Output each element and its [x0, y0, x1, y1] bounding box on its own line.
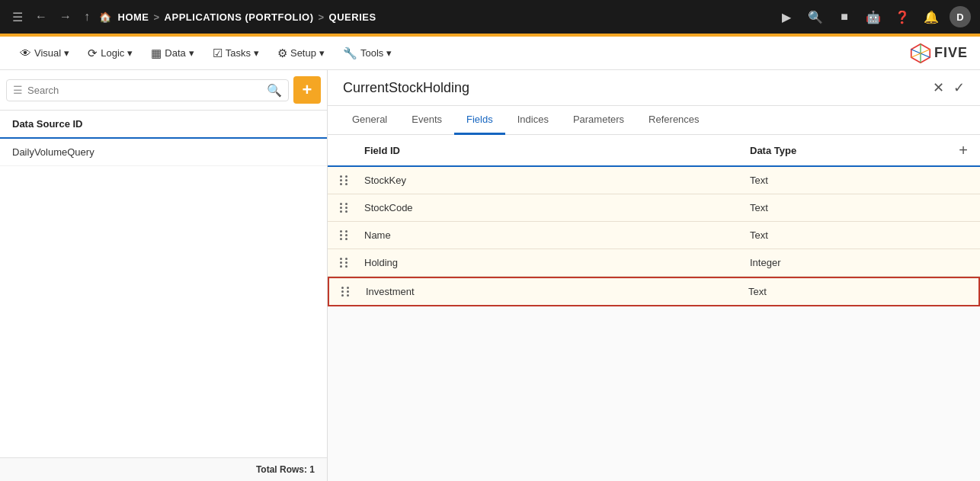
data-type-cell: Text [750, 202, 940, 213]
menu-data[interactable]: ▦ Data ▾ [143, 42, 201, 65]
data-icon: ▦ [151, 46, 162, 60]
add-button[interactable]: + [293, 76, 321, 104]
hamburger-icon[interactable]: ☰ [9, 7, 26, 27]
setup-label: Setup [290, 47, 316, 59]
home-label[interactable]: HOME [118, 11, 149, 23]
field-id-header: Field ID [364, 145, 750, 156]
back-icon[interactable]: ← [32, 7, 50, 27]
avatar[interactable]: D [950, 6, 971, 27]
drag-handle [340, 175, 364, 185]
drag-dots-icon [341, 287, 352, 297]
field-id-cell: Holding [364, 257, 750, 268]
field-id-cell: Name [364, 229, 750, 241]
setup-arrow: ▾ [319, 47, 325, 59]
search-bar: ☰ 🔍 + [0, 70, 327, 111]
drag-handle [341, 287, 366, 297]
sep2: > [319, 11, 325, 23]
field-id-cell: StockCode [364, 202, 750, 213]
visual-arrow: ▾ [64, 47, 69, 59]
logic-arrow: ▾ [127, 47, 133, 59]
play-icon[interactable]: ▶ [776, 6, 797, 27]
visual-label: Visual [34, 47, 61, 59]
fields-table-header: Field ID Data Type + [328, 135, 980, 167]
home-icon: 🏠 [99, 11, 112, 23]
search-input[interactable] [27, 85, 262, 96]
up-icon[interactable]: ↑ [81, 7, 93, 27]
top-nav: ☰ ← → ↑ 🏠 HOME > APPLICATIONS (PORTFOLIO… [0, 0, 980, 34]
add-col-header: + [940, 143, 968, 158]
search-circle-icon[interactable]: 🔍 [805, 6, 826, 27]
search-input-wrap: ☰ 🔍 [6, 79, 289, 101]
setup-icon: ⚙ [277, 46, 287, 60]
forward-icon[interactable]: → [56, 7, 75, 27]
tabs-bar: General Events Fields Indices Parameters… [328, 106, 980, 135]
logic-icon: ⟳ [88, 46, 98, 60]
data-type-header: Data Type [750, 145, 940, 156]
tab-fields[interactable]: Fields [454, 106, 505, 135]
drag-handle [340, 203, 364, 213]
left-table-header: Data Source ID [0, 111, 327, 139]
five-logo-svg [910, 43, 931, 64]
data-type-cell: Text [750, 175, 940, 186]
left-panel: ☰ 🔍 + Data Source ID DailyVolumeQuery To… [0, 70, 328, 481]
table-row-selected[interactable]: Investment Text [328, 277, 980, 306]
visual-icon: 👁 [20, 46, 31, 59]
field-id-cell: Investment [366, 286, 748, 297]
tools-icon: 🔧 [343, 46, 357, 60]
five-logo: FIVE [910, 43, 968, 64]
drag-handle [340, 230, 364, 240]
top-nav-right: ▶ 🔍 ■ 🤖 ❓ 🔔 D [776, 6, 971, 27]
drag-dots-icon [340, 203, 351, 213]
drag-dots-icon [340, 258, 351, 268]
menu-visual[interactable]: 👁 Visual ▾ [12, 42, 77, 64]
data-type-cell: Integer [750, 257, 940, 268]
logic-label: Logic [101, 47, 124, 59]
field-id-cell: StockKey [364, 175, 750, 186]
data-arrow: ▾ [189, 47, 194, 59]
header-actions: ✕ ✓ [933, 79, 965, 96]
menu-setup[interactable]: ⚙ Setup ▾ [270, 42, 332, 65]
right-header: CurrentStockHolding ✕ ✓ [328, 70, 980, 106]
table-row[interactable]: Holding Integer [328, 249, 980, 277]
drag-dots-icon [340, 175, 351, 185]
add-field-button[interactable]: + [959, 143, 968, 158]
drag-dots-icon [340, 230, 351, 240]
table-row[interactable]: StockKey Text [328, 167, 980, 194]
table-row[interactable]: Name Text [328, 222, 980, 249]
tools-label: Tools [360, 47, 383, 59]
tab-parameters[interactable]: Parameters [561, 106, 636, 135]
help-icon[interactable]: ❓ [892, 6, 913, 27]
menu-logic[interactable]: ⟳ Logic ▾ [80, 42, 140, 65]
menu-tasks[interactable]: ☑ Tasks ▾ [205, 42, 267, 65]
app-label[interactable]: APPLICATIONS (PORTFOLIO) [165, 11, 314, 23]
tasks-label: Tasks [226, 47, 251, 59]
tab-general[interactable]: General [340, 106, 399, 135]
table-row[interactable]: StockCode Text [328, 194, 980, 222]
queries-label[interactable]: QUERIES [329, 11, 376, 23]
search-icon[interactable]: 🔍 [267, 83, 282, 98]
menu-tools[interactable]: 🔧 Tools ▾ [335, 42, 399, 65]
bell-icon[interactable]: 🔔 [921, 6, 942, 27]
close-icon[interactable]: ✕ [933, 79, 944, 96]
tab-references[interactable]: References [636, 106, 711, 135]
left-footer: Total Rows: 1 [0, 457, 327, 481]
confirm-icon[interactable]: ✓ [953, 79, 965, 96]
breadcrumb: 🏠 HOME > APPLICATIONS (PORTFOLIO) > QUER… [99, 11, 770, 23]
robot-icon[interactable]: 🤖 [863, 6, 884, 27]
tasks-icon: ☑ [213, 46, 223, 60]
five-logo-text: FIVE [934, 45, 968, 61]
data-type-cell: Text [750, 229, 940, 241]
search-filter-icon: ☰ [13, 84, 23, 96]
drag-handle [340, 258, 364, 268]
left-list: DailyVolumeQuery [0, 139, 327, 457]
menu-bar: 👁 Visual ▾ ⟳ Logic ▾ ▦ Data ▾ ☑ Tasks ▾ … [0, 37, 980, 70]
tab-events[interactable]: Events [399, 106, 454, 135]
right-title: CurrentStockHolding [343, 80, 469, 96]
right-panel: CurrentStockHolding ✕ ✓ General Events F… [328, 70, 980, 481]
data-type-cell: Text [748, 286, 939, 297]
list-item[interactable]: DailyVolumeQuery [0, 139, 327, 166]
tab-indices[interactable]: Indices [505, 106, 561, 135]
stop-icon[interactable]: ■ [834, 6, 855, 27]
tasks-arrow: ▾ [254, 47, 259, 59]
data-label: Data [165, 47, 185, 59]
